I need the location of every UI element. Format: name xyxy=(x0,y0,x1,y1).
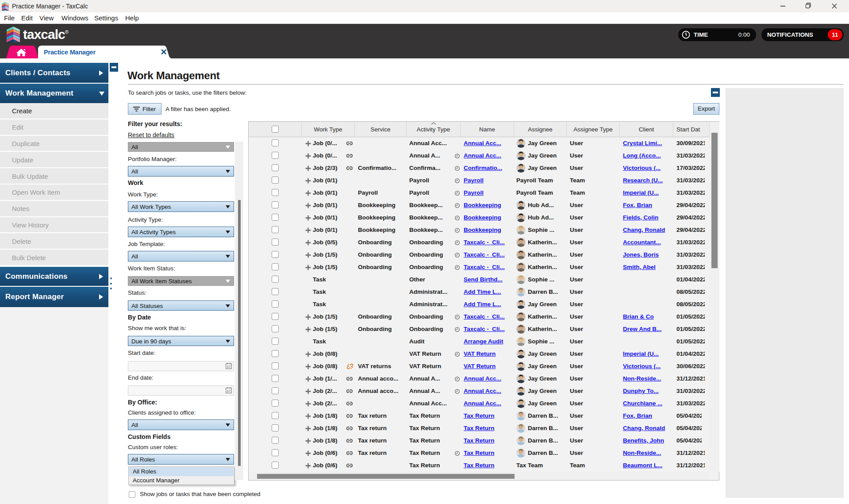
svg-text:17: 17 xyxy=(227,365,231,369)
svg-text:17: 17 xyxy=(227,389,231,393)
